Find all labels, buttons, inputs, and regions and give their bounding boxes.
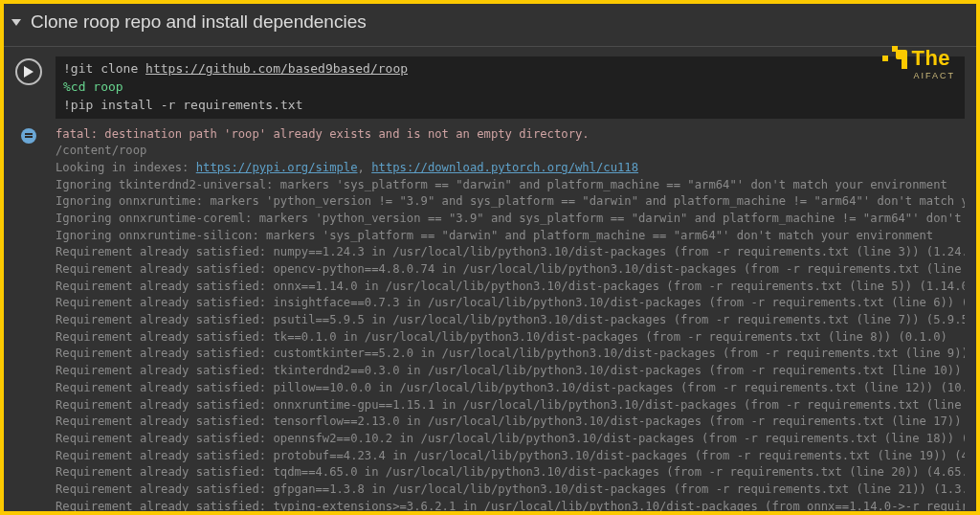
run-button[interactable] <box>15 58 42 85</box>
collapse-triangle-icon[interactable] <box>11 19 21 26</box>
code-url: https://github.com/based9based/roop <box>145 61 408 76</box>
output-area[interactable]: fatal: destination path 'roop' already e… <box>56 126 965 511</box>
code-text: %cd roop <box>63 79 123 94</box>
section-header[interactable]: Clone roop repo and install dependencies <box>4 4 976 47</box>
output-error-line: fatal: destination path 'roop' already e… <box>56 127 590 141</box>
section-title: Clone roop repo and install dependencies <box>31 11 367 33</box>
code-text: !pip install -r requirements.txt <box>63 98 302 112</box>
output-stream-icon <box>21 128 36 144</box>
code-text: ! <box>63 61 71 76</box>
svg-marker-0 <box>24 66 33 78</box>
play-icon <box>23 65 34 78</box>
output-lines: Ignoring tkinterdnd2-universal: markers … <box>56 178 965 511</box>
output-line: Looking in indexes: <box>56 161 196 174</box>
output-line: , <box>358 161 372 174</box>
notebook-frame: Clone roop repo and install dependencies… <box>4 4 976 511</box>
code-cell: !git clone https://github.com/based9base… <box>4 47 976 124</box>
output-row: fatal: destination path 'roop' already e… <box>4 124 976 511</box>
output-link[interactable]: https://download.pytorch.org/whl/cu118 <box>371 161 638 174</box>
output-link[interactable]: https://pypi.org/simple <box>196 161 358 174</box>
code-editor[interactable]: !git clone https://github.com/based9base… <box>56 56 965 119</box>
output-line: /content/roop <box>56 144 146 157</box>
code-text: git clone <box>71 61 145 76</box>
output-icon[interactable] <box>15 128 42 511</box>
